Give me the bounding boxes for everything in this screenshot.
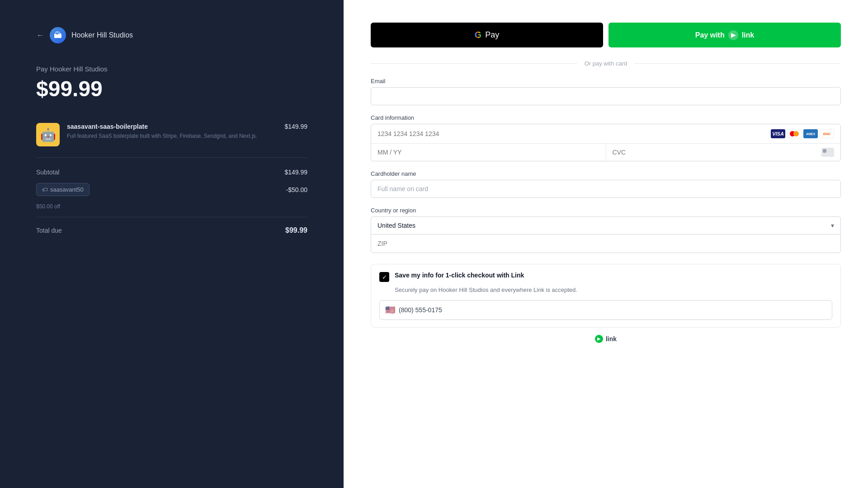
- total-value: $99.99: [285, 226, 307, 235]
- zip-input-wrapper: [371, 234, 841, 253]
- card-number-row: VISA AMEX DISC: [371, 124, 840, 144]
- product-desc: Full featured SaaS boilerplate built wit…: [67, 132, 277, 140]
- total-label: Total due: [36, 227, 62, 234]
- card-logos: VISA AMEX DISC: [771, 129, 834, 138]
- divider-line-left: [371, 63, 577, 64]
- save-info-title: Save my info for 1-click checkout with L…: [395, 272, 524, 279]
- amex-logo: AMEX: [803, 129, 818, 138]
- link-pay-text: link: [742, 31, 755, 39]
- google-g-icon: G: [475, 30, 482, 40]
- product-info: saasavant-saas-boilerplate Full featured…: [67, 123, 277, 140]
- product-image: 🤖: [36, 123, 60, 146]
- card-expiry-input[interactable]: [371, 144, 606, 161]
- gpay-label: Pay: [485, 30, 499, 40]
- product-row: 🤖 saasavant-saas-boilerplate Full featur…: [36, 123, 307, 158]
- cardholder-group: Cardholder name: [371, 170, 841, 198]
- coupon-code: saasavant50: [50, 186, 84, 193]
- coupon-row: 🏷 saasavant50 -$50.00: [36, 183, 307, 196]
- brand-name: Hooker Hill Studios: [71, 31, 133, 39]
- country-group: Country or region United States ▾: [371, 207, 841, 253]
- back-nav[interactable]: ← 🏔 Hooker Hill Studios: [36, 27, 307, 43]
- pay-label: Pay Hooker Hill Studios: [36, 65, 307, 73]
- save-info-desc: Securely pay on Hooker Hill Studios and …: [395, 286, 832, 295]
- save-info-box: ✓ Save my info for 1-click checkout with…: [371, 264, 841, 328]
- email-group: Email: [371, 78, 841, 105]
- card-cvc-wrapper: [606, 144, 841, 161]
- subtotal-label: Subtotal: [36, 169, 59, 176]
- gpay-button[interactable]: G Pay: [371, 23, 603, 47]
- link-pay-button[interactable]: Pay with ▶ link: [609, 23, 841, 47]
- cardholder-label: Cardholder name: [371, 170, 841, 177]
- coupon-badge[interactable]: 🏷 saasavant50: [36, 183, 90, 196]
- phone-input[interactable]: [399, 306, 826, 314]
- link-footer: ▶ link: [371, 335, 841, 343]
- payment-buttons: G Pay Pay with ▶ link: [371, 23, 841, 47]
- zip-input[interactable]: [377, 240, 834, 247]
- link-footer-text: link: [606, 335, 617, 343]
- phone-input-row: 🇺🇸: [379, 300, 832, 320]
- discount-value: -$50.00: [286, 186, 307, 193]
- country-value: United States: [377, 222, 831, 229]
- cardholder-input[interactable]: [371, 180, 841, 198]
- left-panel: ← 🏔 Hooker Hill Studios Pay Hooker Hill …: [0, 0, 344, 488]
- card-field-container: VISA AMEX DISC: [371, 124, 841, 161]
- subtotal-value: $149.99: [284, 169, 307, 176]
- email-input[interactable]: [371, 87, 841, 105]
- discount-label: $50.00 off: [36, 203, 307, 210]
- chevron-down-icon: ▾: [831, 222, 834, 229]
- total-row: Total due $99.99: [36, 217, 307, 235]
- discover-logo: DISC: [820, 129, 834, 138]
- tag-icon: 🏷: [42, 187, 47, 193]
- right-panel: G Pay Pay with ▶ link Or pay with card E…: [344, 0, 868, 488]
- amount: $99.99: [36, 76, 307, 101]
- card-number-input[interactable]: [377, 130, 771, 137]
- brand-logo: 🏔: [50, 27, 66, 43]
- cvc-card-icon: [821, 148, 834, 157]
- link-pay-label: Pay with: [695, 31, 725, 39]
- country-label: Country or region: [371, 207, 841, 214]
- card-expiry-cvc-row: [371, 144, 840, 161]
- country-select-wrapper[interactable]: United States ▾: [371, 216, 841, 234]
- divider-text: Or pay with card: [585, 60, 627, 67]
- coupon-section: 🏷 saasavant50 -$50.00 $50.00 off: [36, 183, 307, 210]
- card-cvc-input[interactable]: [613, 149, 822, 156]
- card-info-label: Card information: [371, 114, 841, 121]
- link-arrow-icon: ▶: [728, 30, 738, 40]
- back-arrow-icon: ←: [36, 31, 44, 40]
- save-info-header: ✓ Save my info for 1-click checkout with…: [379, 272, 832, 282]
- visa-logo: VISA: [771, 129, 785, 138]
- mastercard-logo: [787, 129, 802, 138]
- card-info-group: Card information VISA AMEX DISC: [371, 114, 841, 161]
- link-footer-arrow-icon: ▶: [595, 335, 603, 343]
- product-name: saasavant-saas-boilerplate: [67, 123, 277, 130]
- divider-line-right: [634, 63, 841, 64]
- us-flag-icon: 🇺🇸: [385, 305, 395, 315]
- divider: Or pay with card: [371, 60, 841, 67]
- email-label: Email: [371, 78, 841, 84]
- product-price: $149.99: [284, 123, 307, 130]
- subtotal-row: Subtotal $149.99: [36, 169, 307, 176]
- checkmark-icon: ✓: [379, 272, 389, 282]
